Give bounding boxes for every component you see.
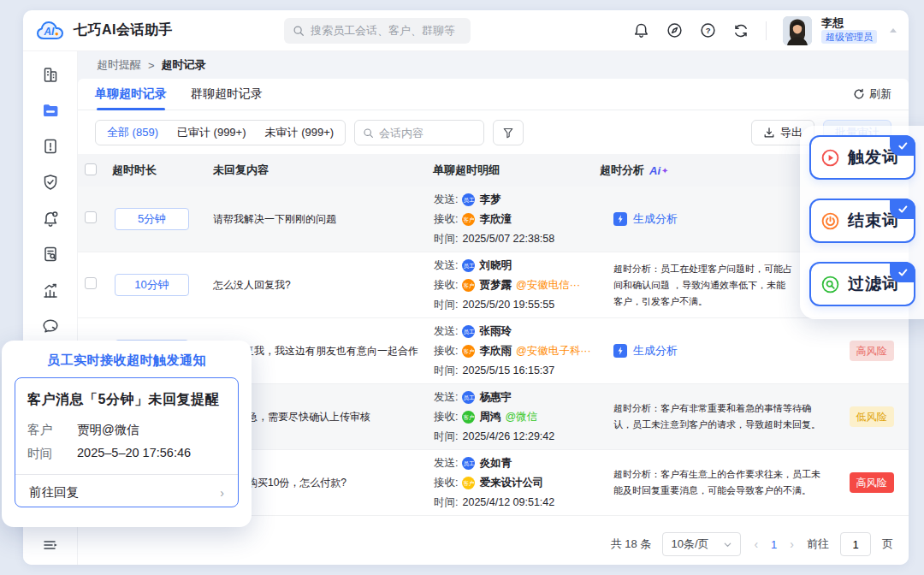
goto-page-input[interactable] [840,532,871,556]
field-label: 时间 [27,446,77,462]
sender-name: 李梦 [479,190,500,210]
user-meta[interactable]: 李想 超级管理员 [821,17,877,44]
sidebar-item-chat-icon[interactable] [38,317,63,335]
risk-badge: 高风险 [850,341,894,361]
filter-words-pill[interactable]: 过滤词 [809,262,915,306]
sidebar-item-building-icon[interactable] [38,65,63,84]
time-label: 时间: [434,427,458,447]
prev-page-button[interactable]: ‹ [752,537,760,551]
breadcrumb-parent[interactable]: 超时提醒 [97,57,141,73]
global-search-input[interactable] [311,24,462,37]
sidebar-item-records-folder-icon[interactable] [38,101,63,120]
ai-badge-icon: Ai [649,164,660,177]
next-page-button[interactable]: › [788,537,796,551]
receiver-name: 李欣潼 [479,210,512,229]
sidebar-item-stats-chart-icon[interactable] [38,281,63,299]
go-reply-button[interactable]: 前往回复 › [27,475,226,501]
segment-unaudited[interactable]: 未审计 (999+) [256,125,344,140]
pagination: 共 18 条 10条/页 ‹ 1 › 前往 页 [78,524,909,565]
select-all-checkbox[interactable] [85,163,97,175]
send-label: 发送: [434,190,458,210]
receiver-name: 爱来设计公司 [479,473,543,493]
conversation-search-input[interactable] [379,127,476,139]
sidebar-item-bell-settings-icon[interactable] [38,209,63,228]
field-value: 贾明@微信 [77,422,139,438]
receiver-type-badge: 客户 [462,213,475,226]
check-badge-icon [890,199,915,219]
user-name: 李想 [821,17,877,28]
word-settings-panel: 触发词 结束词 过滤词 [800,126,924,319]
table-header-row: 超时时长 未回复内容 单聊超时明细 超时分析 Ai ✦ [78,154,909,187]
sync-icon[interactable] [732,22,749,39]
sender-name: 杨惠宇 [479,388,512,407]
receiver-name: 周鸿 [479,407,500,427]
notification-message-title: 客户消息「5分钟」未回复提醒 [27,391,226,409]
chat-detail: 发送:员工李梦 接收:客户李欣潼 时间:2025/5/07 22:38:58 [427,190,600,249]
tab-group-chat-timeout[interactable]: 群聊超时记录 [191,79,263,110]
svg-text:?: ? [705,26,710,35]
go-reply-label: 前往回复 [29,484,79,501]
row-checkbox[interactable] [85,277,97,289]
user-avatar[interactable] [783,16,812,45]
generate-analysis-link[interactable]: 生成分析 [613,343,834,359]
sender-name: 张雨玲 [479,322,512,341]
sidebar-item-audit-document-icon[interactable] [38,245,63,264]
caret-up-icon[interactable] [890,28,897,33]
segment-audited[interactable]: 已审计 (999+) [168,125,256,140]
receiver-org-tag: @安徽电信··· [516,276,580,295]
conversation-search[interactable] [354,120,484,145]
duration-button[interactable]: 10分钟 [115,274,189,296]
chat-detail: 发送:员工刘晓明 接收:客户贾梦露@安徽电信··· 时间:2025/5/20 1… [427,256,600,315]
timeout-analysis-text: 超时分析：客户有非常重要和着急的事情等待确 认，员工未注意到客户的请求，导致超时… [613,403,820,430]
receiver-wechat-tag: @微信 [505,407,537,427]
sender-type-badge: 员工 [462,259,475,272]
audit-filter-segments: 全部 (859) 已审计 (999+) 未审计 (999+) [95,120,346,145]
sidebar-item-shield-check-icon[interactable] [38,173,63,192]
global-search[interactable] [284,18,471,44]
help-icon[interactable]: ? [699,22,716,39]
timeout-analysis-text: 超时分析：客户有生意上的合作要求往来，员工未 能及时回复重要消息，可能会导致客户… [613,469,820,495]
send-label: 发送: [434,388,458,407]
breadcrumb-current: 超时记录 [162,57,206,73]
chevron-down-icon [723,540,732,549]
notification-bell-icon[interactable] [632,22,649,39]
field-label: 客户 [27,422,77,438]
filter-funnel-button[interactable] [493,120,524,145]
compass-icon[interactable] [666,22,683,39]
timeout-time: 2025/4/26 12:29:42 [462,427,554,447]
segment-all[interactable]: 全部 (859) [98,125,168,140]
timeout-analysis-text: 超时分析：员工在处理客户问题时，可能占 间和确认问题 ，导致沟通效率低下，未能 … [613,264,792,306]
unreplied-content: 怎么没人回复我? [213,278,427,293]
trigger-words-pill[interactable]: 触发词 [809,135,915,180]
notification-card-title: 员工实时接收超时触发通知 [15,353,239,369]
refresh-label: 刷新 [869,86,891,102]
current-page[interactable]: 1 [771,538,777,551]
page-size-select[interactable]: 10条/页 [662,532,741,556]
table-row: 10分钟 怎么没人回复我? 发送:员工刘晓明 接收:客户贾梦露@安徽电信··· … [78,252,909,318]
chat-detail: 发送:员工杨惠宇 接收:客户周鸿@微信 时间:2025/4/26 12:29:4… [427,388,600,447]
tab-single-chat-timeout[interactable]: 单聊超时记录 [95,79,167,110]
user-role-badge: 超级管理员 [821,30,877,44]
timeout-time: 2025/5/07 22:38:58 [462,229,554,249]
recv-label: 接收: [434,407,458,427]
tabs-bar: 单聊超时记录 群聊超时记录 刷新 [78,79,909,110]
header-content: 未回复内容 [213,163,427,178]
end-words-pill[interactable]: 结束词 [809,199,915,243]
play-circle-icon [820,148,840,168]
time-label: 时间: [434,493,458,513]
duration-button[interactable]: 5分钟 [115,208,189,230]
app-logo: AI 七巧AI会话助手 [35,18,173,44]
row-checkbox[interactable] [85,211,97,223]
collapse-sidebar-icon[interactable] [38,536,63,554]
header-analysis: 超时分析 [600,163,644,178]
send-label: 发送: [434,322,458,341]
notification-message-box: 客户消息「5分钟」未回复提醒 客户 贾明@微信 时间 2025–5–20 17:… [15,377,239,507]
filter-toolbar: 全部 (859) 已审计 (999+) 未审计 (999+) [95,120,891,145]
sidebar-item-document-alert-icon[interactable] [38,137,63,156]
recv-label: 接收: [434,341,458,361]
header-duration: 超时时长 [109,163,213,178]
risk-badge: 高风险 [850,472,894,493]
top-bar-actions: ? 李想 超级管理员 [632,16,897,45]
page-unit-label: 页 [882,536,893,552]
refresh-button[interactable]: 刷新 [853,86,891,102]
